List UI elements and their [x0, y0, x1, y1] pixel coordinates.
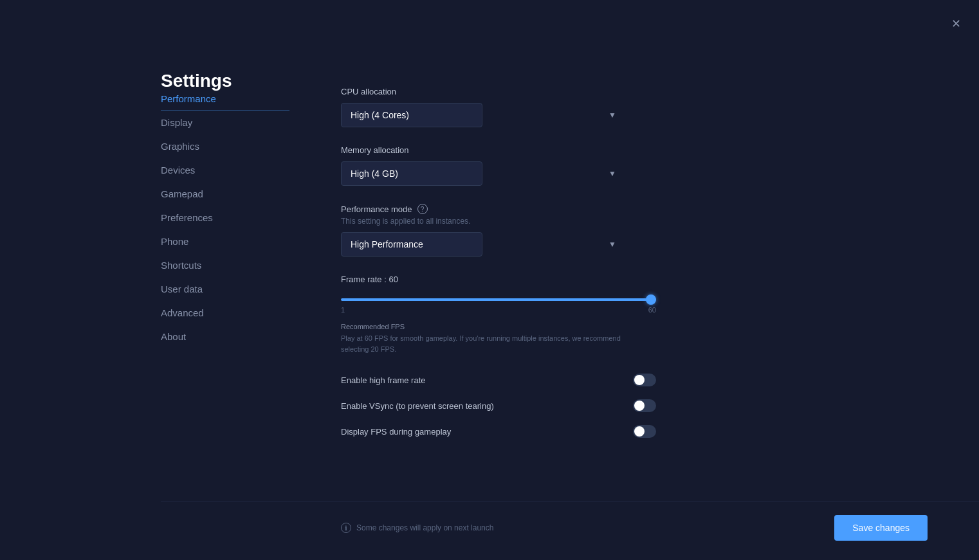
sidebar-item-about[interactable]: About: [161, 325, 289, 348]
sidebar-item-shortcuts[interactable]: Shortcuts: [161, 253, 289, 277]
toggle-label-high-frame-rate: Enable high frame rate: [341, 375, 426, 385]
cpu-allocation-label: CPU allocation: [341, 87, 624, 96]
performance-mode-select[interactable]: Power Saving Balanced High Performance: [341, 232, 482, 257]
toggle-row-vsync: Enable VSync (to prevent screen tearing): [341, 393, 656, 419]
toggle-label-vsync: Enable VSync (to prevent screen tearing): [341, 401, 494, 411]
footer: ℹ Some changes will apply on next launch…: [161, 501, 979, 560]
frame-rate-slider[interactable]: [341, 298, 656, 301]
close-button[interactable]: ✕: [946, 13, 966, 35]
performance-mode-arrow-icon: ▼: [608, 240, 616, 249]
footer-note: ℹ Some changes will apply on next launch: [341, 523, 493, 533]
memory-allocation-wrapper: Low (1 GB) Medium (2 GB) High (4 GB) Ult…: [341, 161, 624, 186]
performance-mode-text: Performance mode: [341, 204, 412, 214]
memory-allocation-select[interactable]: Low (1 GB) Medium (2 GB) High (4 GB) Ult…: [341, 161, 482, 186]
memory-allocation-arrow-icon: ▼: [608, 169, 616, 178]
sidebar-item-performance[interactable]: Performance: [161, 87, 289, 111]
main-content: CPU allocation Low (1 Core) Medium (2 Co…: [289, 51, 675, 560]
performance-mode-help-icon[interactable]: ?: [417, 204, 428, 214]
toggle-high-frame-rate[interactable]: [633, 374, 656, 386]
slider-min: 1: [341, 306, 345, 314]
toggle-vsync[interactable]: [633, 399, 656, 412]
sidebar-item-devices[interactable]: Devices: [161, 158, 289, 182]
footer-note-text: Some changes will apply on next launch: [356, 523, 493, 532]
frame-rate-section: Frame rate : 60 1 60 Recommended FPS Pla…: [341, 275, 624, 354]
performance-mode-sub: This setting is applied to all instances…: [341, 217, 624, 226]
toggles-section: Enable high frame rate Enable VSync (to …: [341, 367, 624, 444]
sidebar-item-advanced[interactable]: Advanced: [161, 301, 289, 325]
frame-rate-label: Frame rate : 60: [341, 275, 624, 284]
toggle-row-display-fps: Display FPS during gameplay: [341, 419, 656, 444]
cpu-allocation-arrow-icon: ▼: [608, 111, 616, 120]
footer-note-icon: ℹ: [341, 523, 351, 533]
slider-range: 1 60: [341, 306, 656, 314]
performance-mode-wrapper: Power Saving Balanced High Performance ▼: [341, 232, 624, 257]
sidebar: PerformanceDisplayGraphicsDevicesGamepad…: [161, 51, 289, 560]
recommended-fps-text: Play at 60 FPS for smooth gameplay. If y…: [341, 333, 624, 354]
sidebar-item-display[interactable]: Display: [161, 111, 289, 134]
toggle-knob-high-frame-rate: [634, 375, 645, 385]
save-button[interactable]: Save changes: [834, 515, 928, 541]
recommended-fps: Recommended FPS Play at 60 FPS for smoot…: [341, 323, 624, 354]
sidebar-item-preferences[interactable]: Preferences: [161, 206, 289, 230]
sidebar-item-graphics[interactable]: Graphics: [161, 134, 289, 158]
toggle-knob-vsync: [634, 401, 645, 411]
toggle-knob-display-fps: [634, 426, 645, 437]
sidebar-item-phone[interactable]: Phone: [161, 230, 289, 253]
close-icon: ✕: [951, 17, 961, 30]
performance-mode-label: Performance mode ?: [341, 204, 624, 214]
toggle-row-high-frame-rate: Enable high frame rate: [341, 367, 656, 393]
recommended-fps-title: Recommended FPS: [341, 323, 624, 330]
toggle-label-display-fps: Display FPS during gameplay: [341, 427, 451, 437]
toggle-display-fps[interactable]: [633, 425, 656, 438]
memory-allocation-label: Memory allocation: [341, 145, 624, 155]
sidebar-item-user-data[interactable]: User data: [161, 277, 289, 301]
slider-max: 60: [648, 306, 656, 314]
sidebar-item-gamepad[interactable]: Gamepad: [161, 182, 289, 206]
cpu-allocation-select[interactable]: Low (1 Core) Medium (2 Cores) High (4 Co…: [341, 103, 482, 127]
cpu-allocation-wrapper: Low (1 Core) Medium (2 Cores) High (4 Co…: [341, 103, 624, 127]
